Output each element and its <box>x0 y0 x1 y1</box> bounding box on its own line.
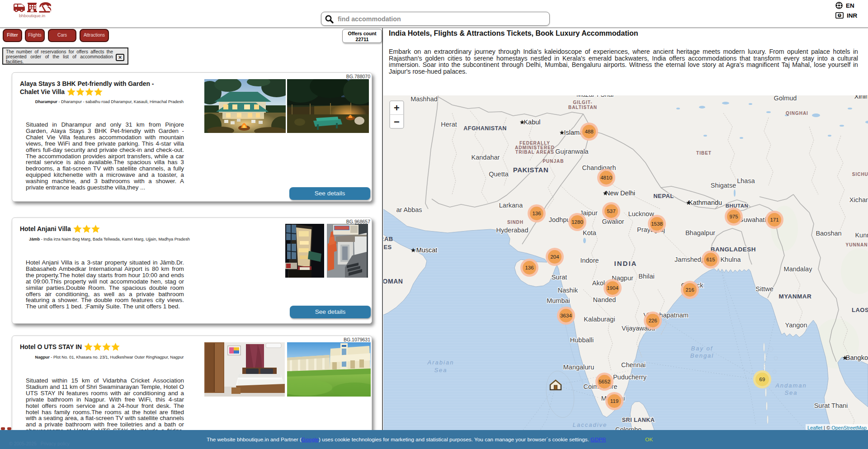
svg-text:Muscat: Muscat <box>416 246 438 254</box>
svg-text:Kandahar: Kandahar <box>472 154 500 161</box>
svg-text:Baoshan: Baoshan <box>816 230 841 237</box>
svg-text:69: 69 <box>760 377 765 382</box>
svg-text:INDIA: INDIA <box>614 260 637 267</box>
svg-text:Kalaburagi: Kalaburagi <box>584 316 615 323</box>
svg-text:Kunmi: Kunmi <box>855 232 868 239</box>
svg-text:TRIBAL AREAS: TRIBAL AREAS <box>515 150 554 155</box>
svg-text:Bhagalpur: Bhagalpur <box>685 229 715 236</box>
svg-text:226: 226 <box>648 318 657 323</box>
svg-text:New Delhi: New Delhi <box>605 189 635 197</box>
svg-text:136: 136 <box>532 211 541 216</box>
svg-text:Mandalay: Mandalay <box>784 265 813 273</box>
svg-text:Xichang: Xichang <box>849 196 868 203</box>
svg-text:Larkana: Larkana <box>499 202 523 209</box>
svg-text:Hubballi: Hubballi <box>570 336 594 344</box>
svg-text:136: 136 <box>525 265 533 270</box>
svg-text:PAKISTAN: PAKISTAN <box>513 166 548 174</box>
svg-text:Lucknow: Lucknow <box>628 210 654 217</box>
svg-text:BHUTAN: BHUTAN <box>726 203 749 208</box>
svg-text:Surat: Surat <box>552 274 567 281</box>
svg-text:Herat: Herat <box>441 121 457 128</box>
svg-text:1904: 1904 <box>607 285 618 291</box>
svg-text:Bay of: Bay of <box>691 345 713 352</box>
svg-text:537: 537 <box>607 208 615 214</box>
svg-text:Kabul: Kabul <box>524 118 540 126</box>
svg-text:Nanded: Nanded <box>593 296 616 303</box>
svg-text:Xining: Xining <box>854 95 868 100</box>
svg-text:Mazar-i-Shar: Mazar-i-Shar <box>576 95 614 98</box>
svg-text:Quetta: Quetta <box>489 170 509 178</box>
svg-text:MYANMAR: MYANMAR <box>779 293 812 300</box>
svg-text:TES: TES <box>383 244 392 250</box>
svg-text:Andaman: Andaman <box>775 382 807 389</box>
svg-text:Kathmandu: Kathmandu <box>689 199 722 206</box>
svg-text:GILGIT-: GILGIT- <box>573 100 592 105</box>
svg-text:Hyderabad: Hyderabad <box>496 227 528 234</box>
svg-text:Surat Thani: Surat Thani <box>814 402 848 409</box>
svg-text:Mumbai: Mumbai <box>547 297 570 304</box>
svg-text:SICHUAN: SICHUAN <box>852 172 868 177</box>
svg-text:488: 488 <box>585 129 593 134</box>
svg-text:171: 171 <box>770 217 778 222</box>
svg-text:YUNNAN: YUNNAN <box>846 242 868 247</box>
svg-text:Arabian: Arabian <box>427 359 454 366</box>
svg-text:+: + <box>394 102 400 113</box>
svg-text:Kota: Kota <box>583 229 597 236</box>
svg-text:Gujranwala: Gujranwala <box>555 148 589 155</box>
svg-text:1280: 1280 <box>571 219 583 225</box>
svg-text:Nashik: Nashik <box>558 287 578 294</box>
svg-text:975: 975 <box>729 214 738 219</box>
svg-text:Khulna: Khulna <box>720 256 741 263</box>
svg-text:Yangon: Yangon <box>785 321 807 329</box>
svg-text:Laccadive: Laccadive <box>573 421 608 428</box>
svg-text:RAB: RAB <box>383 236 393 242</box>
svg-text:ar Abbas: ar Abbas <box>396 206 422 213</box>
svg-text:4810: 4810 <box>600 175 612 180</box>
svg-text:Shigatse: Shigatse <box>711 182 736 189</box>
svg-text:Mashhad: Mashhad <box>410 95 438 103</box>
svg-text:Mangaluru: Mangaluru <box>563 364 594 371</box>
svg-text:PUNJAB: PUNJAB <box>542 159 564 164</box>
svg-text:Golmud: Golmud <box>774 95 797 102</box>
svg-text:Sittwe: Sittwe <box>755 285 774 293</box>
svg-text:SRI LANKA: SRI LANKA <box>622 417 655 423</box>
svg-text:Indore: Indore <box>580 257 599 264</box>
svg-text:TIBET: TIBET <box>696 151 712 156</box>
svg-text:0: 0 <box>839 14 840 17</box>
svg-text:Chennai: Chennai <box>621 361 646 369</box>
svg-text:Puducherry: Puducherry <box>613 373 647 381</box>
svg-text:119: 119 <box>610 398 618 404</box>
svg-text:Bangkok: Bangkok <box>846 354 868 361</box>
svg-text:5652: 5652 <box>599 379 610 384</box>
svg-text:Sea: Sea <box>434 367 447 373</box>
svg-text:204: 204 <box>550 254 559 260</box>
svg-text:615: 615 <box>706 257 715 262</box>
svg-text:Bengal: Bengal <box>690 352 714 359</box>
svg-text:BANGLADESH: BANGLADESH <box>711 246 756 253</box>
svg-text:Lhasa: Lhasa <box>737 177 755 184</box>
svg-text:3634: 3634 <box>560 313 572 318</box>
svg-text:BALTISTAN: BALTISTAN <box>568 105 597 110</box>
svg-text:−: − <box>394 116 400 128</box>
svg-text:Sea: Sea <box>784 389 797 396</box>
svg-text:OMAN: OMAN <box>383 278 403 285</box>
svg-text:SINDH: SINDH <box>507 220 524 225</box>
svg-text:1538: 1538 <box>651 221 663 227</box>
svg-text:LAOS: LAOS <box>852 307 868 313</box>
svg-text:AFGHANISTAN: AFGHANISTAN <box>463 125 507 132</box>
svg-text:QINGHAI: QINGHAI <box>786 111 808 116</box>
svg-text:NEPAL: NEPAL <box>653 193 674 199</box>
svg-text:Bhilai: Bhilai <box>638 273 654 280</box>
svg-text:216: 216 <box>685 287 694 293</box>
